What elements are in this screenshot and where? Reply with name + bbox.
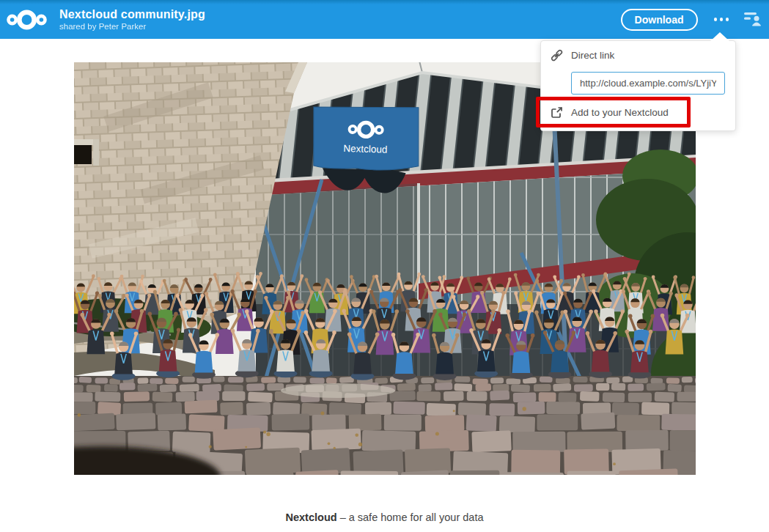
footer-tagline: Nextcloud – a safe home for all your dat… <box>0 511 769 523</box>
shared-by-label: shared by Peter Parker <box>59 22 205 32</box>
app-header: Nextcloud community.jpg shared by Peter … <box>0 0 769 39</box>
link-icon <box>550 48 564 62</box>
share-options-menu: Direct link Add to your Nextcloud <box>540 40 736 131</box>
direct-link-input[interactable] <box>571 72 725 95</box>
nextcloud-logo-icon <box>7 7 47 32</box>
external-link-icon <box>550 106 564 119</box>
dot-icon <box>726 18 729 21</box>
banner-wordmark: Nextcloud <box>343 143 387 155</box>
add-to-nextcloud-label: Add to your Nextcloud <box>571 107 669 118</box>
file-title-block: Nextcloud community.jpg shared by Peter … <box>59 7 205 32</box>
more-actions-button[interactable] <box>710 12 734 27</box>
details-sidebar-toggle-button[interactable] <box>742 8 764 31</box>
dot-icon <box>714 18 718 21</box>
photo-cobblestones <box>74 376 696 475</box>
menu-arrow <box>710 32 729 41</box>
footer-brand: Nextcloud <box>286 511 337 523</box>
menu-item-add-to-nextcloud[interactable]: Add to your Nextcloud <box>541 97 735 128</box>
dot-icon <box>720 18 724 21</box>
footer-tagline-text: – a safe home for all your data <box>340 511 484 523</box>
direct-link-label: Direct link <box>571 50 614 61</box>
share-details-icon <box>743 10 762 29</box>
page-title: Nextcloud community.jpg <box>59 7 205 21</box>
download-button[interactable]: Download <box>621 9 698 31</box>
menu-item-direct-link[interactable]: Direct link <box>541 42 735 69</box>
